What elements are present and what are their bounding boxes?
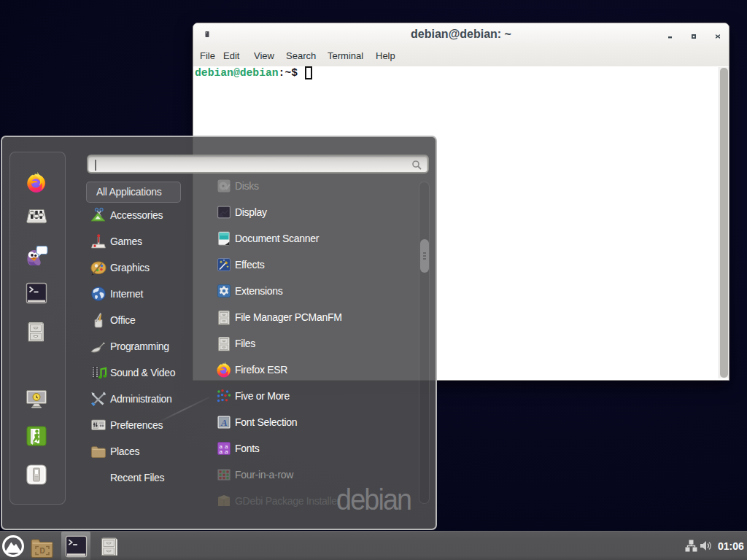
svg-text:D: D (40, 547, 45, 555)
svg-text:A: A (220, 417, 228, 428)
